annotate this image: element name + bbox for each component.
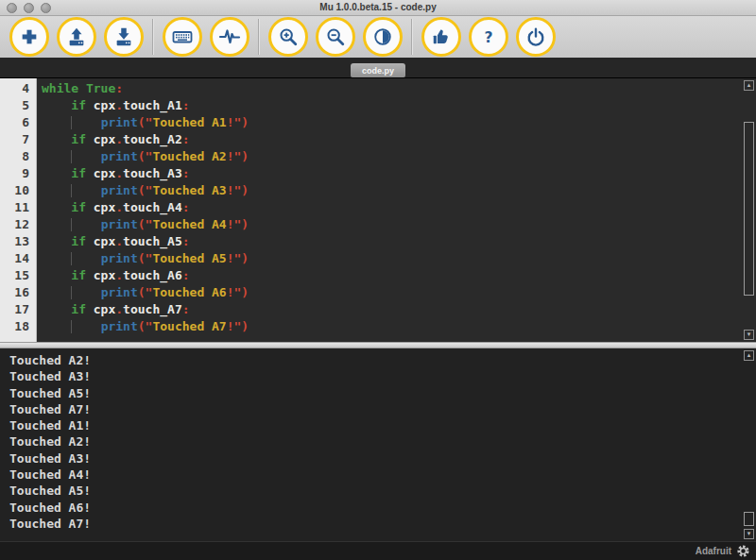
new-button[interactable] xyxy=(9,17,49,57)
code-line[interactable]: 4while True: xyxy=(0,80,743,97)
mode-label: Adafruit xyxy=(696,546,731,556)
indent-guide xyxy=(71,286,72,299)
code-line[interactable]: 7 if cpx.touch_A2: xyxy=(0,131,743,148)
code-line[interactable]: 17 if cpx.touch_A7: xyxy=(0,301,743,318)
toolbar-group-separator xyxy=(411,19,413,55)
code-line[interactable]: 10 print("Touched A3!") xyxy=(0,182,743,199)
contrast-icon xyxy=(372,26,393,47)
save-button[interactable] xyxy=(104,17,144,57)
scroll-down-arrow-icon[interactable]: ▾ xyxy=(744,330,754,340)
power-icon xyxy=(525,26,546,47)
editor-scrollbar[interactable]: ▴ ▾ xyxy=(743,78,756,342)
console-scrollbar-thumb[interactable] xyxy=(744,512,754,526)
code-line[interactable]: 6 print("Touched A1!") xyxy=(0,114,743,131)
indent-guide xyxy=(71,218,72,231)
load-icon xyxy=(66,26,87,47)
code-text: if cpx.touch_A4: xyxy=(36,199,190,216)
line-number: 4 xyxy=(0,80,36,97)
line-number: 10 xyxy=(0,182,36,199)
code-line[interactable]: 11 if cpx.touch_A4: xyxy=(0,199,743,216)
mu-editor-window: Mu 1.0.0.beta.15 - code.py ? code.py 4wh… xyxy=(0,0,756,560)
question-icon: ? xyxy=(478,26,499,47)
check-button[interactable] xyxy=(421,17,461,57)
toolbar-group: ? xyxy=(421,17,556,57)
line-number: 16 xyxy=(0,284,36,301)
code-text: print("Touched A4!") xyxy=(36,216,249,233)
code-line[interactable]: 5 if cpx.touch_A1: xyxy=(0,97,743,114)
gear-icon[interactable] xyxy=(736,544,750,558)
code-line[interactable]: 16 print("Touched A6!") xyxy=(0,284,743,301)
plotter-button[interactable] xyxy=(210,17,249,57)
indent-guide xyxy=(71,184,72,197)
zoom-in-icon xyxy=(278,26,299,47)
code-text: if cpx.touch_A1: xyxy=(36,97,190,114)
line-number: 17 xyxy=(0,301,36,318)
theme-button[interactable] xyxy=(363,17,403,57)
tab-bar: code.py xyxy=(0,58,756,78)
code-line[interactable]: 8 print("Touched A2!") xyxy=(0,148,743,165)
toolbar-group-separator xyxy=(258,19,260,55)
plus-icon xyxy=(19,26,40,47)
console-scrollbar[interactable]: ▴ ▾ xyxy=(743,348,756,541)
indent-guide xyxy=(71,252,72,265)
console-line: Touched A5! xyxy=(0,385,743,401)
code-line[interactable]: 9 if cpx.touch_A3: xyxy=(0,165,743,182)
code-text: print("Touched A1!") xyxy=(36,114,249,131)
console-line: Touched A6! xyxy=(0,500,743,516)
code-text: print("Touched A3!") xyxy=(36,182,249,199)
code-text: if cpx.touch_A6: xyxy=(36,267,190,284)
title-bar[interactable]: Mu 1.0.0.beta.15 - code.py xyxy=(0,0,756,16)
scroll-up-arrow-icon[interactable]: ▴ xyxy=(744,80,754,91)
toolbar-group xyxy=(9,17,144,57)
editor-console-splitter[interactable] xyxy=(0,342,756,348)
editor-scrollbar-thumb[interactable] xyxy=(744,122,754,296)
scroll-down-arrow-icon[interactable]: ▾ xyxy=(744,529,754,539)
code-text: print("Touched A2!") xyxy=(36,148,249,165)
console-line: Touched A3! xyxy=(0,368,743,384)
thumbs-up-icon xyxy=(431,26,452,47)
code-line[interactable]: 12 print("Touched A4!") xyxy=(0,216,743,233)
line-number: 9 xyxy=(0,165,36,182)
line-number: 12 xyxy=(0,216,36,233)
svg-text:?: ? xyxy=(484,29,492,46)
code-text: if cpx.touch_A7: xyxy=(36,301,190,318)
line-number: 13 xyxy=(0,233,36,250)
line-number: 5 xyxy=(0,97,36,114)
code-text: print("Touched A7!") xyxy=(36,318,249,335)
line-number: 18 xyxy=(0,318,36,335)
toolbar-group-separator xyxy=(152,19,154,55)
line-number: 8 xyxy=(0,148,36,165)
toolbar-group xyxy=(268,17,403,57)
code-text: if cpx.touch_A3: xyxy=(36,165,190,182)
zoom-out-button[interactable] xyxy=(316,17,355,57)
line-number: 6 xyxy=(0,114,36,131)
code-line[interactable]: 18 print("Touched A7!") xyxy=(0,318,743,335)
status-bar: Adafruit xyxy=(0,541,756,560)
line-number: 7 xyxy=(0,131,36,148)
line-number: 14 xyxy=(0,250,36,267)
code-editor[interactable]: 4while True:5 if cpx.touch_A1:6 print("T… xyxy=(0,78,756,342)
console-line: Touched A7! xyxy=(0,401,743,417)
console-line: Touched A5! xyxy=(0,483,743,499)
indent-guide xyxy=(71,116,72,129)
zoom-in-button[interactable] xyxy=(268,17,308,57)
code-line[interactable]: 13 if cpx.touch_A5: xyxy=(0,233,743,250)
serial-console[interactable]: Touched A2!Touched A3!Touched A5!Touched… xyxy=(0,348,756,541)
indent-guide xyxy=(71,150,72,163)
console-output: Touched A2!Touched A3!Touched A5!Touched… xyxy=(0,352,743,532)
scroll-up-arrow-icon[interactable]: ▴ xyxy=(744,350,754,361)
code-line[interactable]: 15 if cpx.touch_A6: xyxy=(0,267,743,284)
code-text: print("Touched A5!") xyxy=(36,250,249,267)
toolbar: ? xyxy=(0,16,756,58)
tab-code-py[interactable]: code.py xyxy=(351,63,405,77)
code-line[interactable]: 14 print("Touched A5!") xyxy=(0,250,743,267)
help-button[interactable]: ? xyxy=(469,17,508,57)
quit-button[interactable] xyxy=(516,17,556,57)
line-number: 11 xyxy=(0,199,36,216)
console-line: Touched A1! xyxy=(0,417,743,433)
repl-button[interactable] xyxy=(163,17,202,57)
load-button[interactable] xyxy=(57,17,96,57)
keyboard-icon xyxy=(171,25,194,48)
code-area[interactable]: 4while True:5 if cpx.touch_A1:6 print("T… xyxy=(0,80,743,335)
plotter-icon xyxy=(218,25,241,48)
